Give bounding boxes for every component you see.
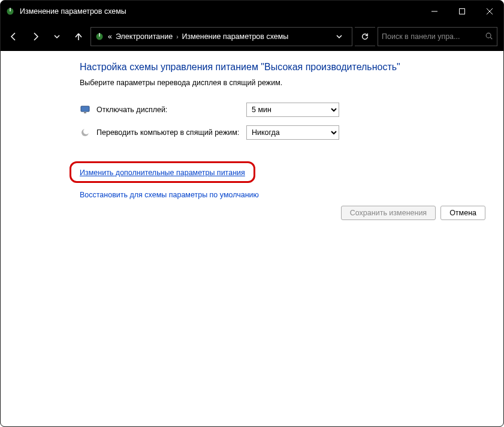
up-button[interactable] bbox=[69, 27, 88, 46]
breadcrumb-seg2[interactable]: Изменение параметров схемы bbox=[182, 32, 288, 41]
page-subheading: Выберите параметры перевода дисплея в сп… bbox=[80, 79, 479, 87]
svg-rect-3 bbox=[460, 9, 465, 14]
search-input[interactable] bbox=[382, 32, 481, 41]
close-button[interactable] bbox=[476, 1, 503, 22]
content-area: Настройка схемы управления питанием "Выс… bbox=[1, 51, 503, 426]
window-frame: Изменение параметров схемы bbox=[0, 0, 504, 427]
titlebar: Изменение параметров схемы bbox=[1, 1, 503, 22]
restore-defaults-link[interactable]: Восстановить для схемы параметры по умол… bbox=[80, 191, 259, 199]
address-icon bbox=[95, 32, 104, 41]
address-dropdown[interactable] bbox=[330, 33, 348, 40]
breadcrumb-seg1[interactable]: Электропитание bbox=[116, 32, 173, 41]
navbar: « Электропитание › Изменение параметров … bbox=[1, 22, 503, 51]
window-title: Изменение параметров схемы bbox=[20, 7, 126, 16]
refresh-button[interactable] bbox=[355, 27, 375, 46]
app-icon bbox=[5, 7, 15, 16]
search-box[interactable] bbox=[378, 27, 497, 46]
display-off-combo[interactable]: 5 мин bbox=[246, 103, 339, 117]
chevron-right-icon: › bbox=[176, 34, 178, 40]
monitor-icon bbox=[80, 104, 90, 115]
search-icon bbox=[485, 32, 493, 42]
recent-dropdown[interactable] bbox=[47, 27, 67, 46]
moon-icon bbox=[80, 127, 90, 138]
svg-rect-10 bbox=[81, 106, 89, 112]
svg-rect-1 bbox=[10, 8, 10, 11]
svg-line-9 bbox=[490, 37, 492, 39]
breadcrumb-prefix: « bbox=[108, 32, 112, 41]
forward-button[interactable] bbox=[26, 27, 45, 46]
svg-rect-11 bbox=[84, 112, 86, 113]
svg-point-8 bbox=[486, 33, 491, 38]
page-heading: Настройка схемы управления питанием "Выс… bbox=[80, 62, 479, 73]
footer-buttons: Сохранить изменения Отмена bbox=[341, 206, 485, 220]
highlight-box: Изменить дополнительные параметры питани… bbox=[70, 161, 255, 183]
advanced-settings-link[interactable]: Изменить дополнительные параметры питани… bbox=[80, 169, 245, 177]
sleep-label: Переводить компьютер в спящий режим: bbox=[96, 128, 240, 137]
back-button[interactable] bbox=[4, 27, 23, 46]
svg-point-13 bbox=[83, 128, 89, 134]
svg-rect-7 bbox=[99, 33, 99, 37]
display-off-label: Отключать дисплей: bbox=[96, 106, 240, 114]
cancel-button[interactable]: Отмена bbox=[440, 206, 485, 220]
sleep-row: Переводить компьютер в спящий режим: Ник… bbox=[80, 125, 479, 140]
minimize-button[interactable] bbox=[421, 1, 448, 22]
maximize-button[interactable] bbox=[448, 1, 476, 22]
save-button[interactable]: Сохранить изменения bbox=[341, 206, 436, 220]
address-bar[interactable]: « Электропитание › Изменение параметров … bbox=[90, 27, 352, 46]
display-off-row: Отключать дисплей: 5 мин bbox=[80, 103, 479, 117]
sleep-combo[interactable]: Никогда bbox=[246, 125, 339, 140]
